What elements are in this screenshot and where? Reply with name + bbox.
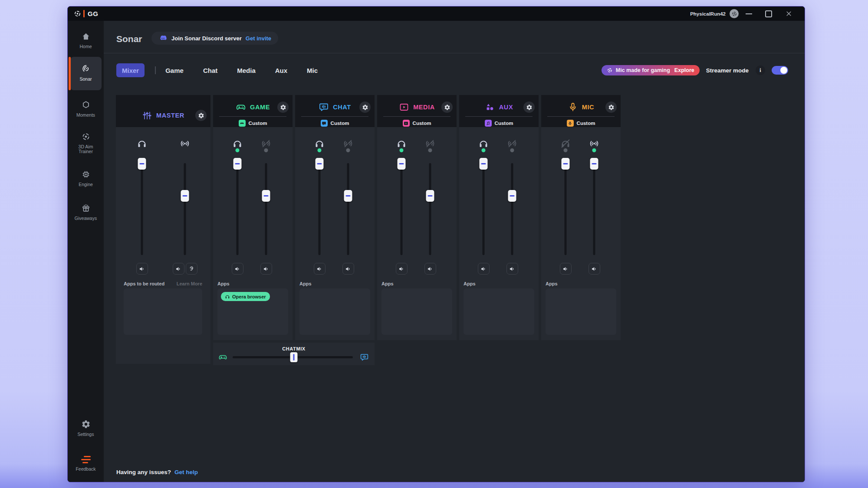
volume-slider-handle[interactable]	[262, 190, 270, 202]
mute-button[interactable]	[173, 263, 184, 275]
media-settings-button[interactable]	[441, 102, 453, 113]
volume-slider-handle[interactable]	[480, 158, 488, 170]
tab-media[interactable]: Media	[237, 67, 256, 74]
chatmix-slider-handle[interactable]	[290, 352, 298, 362]
mic-settings-button[interactable]	[605, 102, 617, 113]
sidebar-item-home[interactable]: Home	[68, 32, 104, 49]
volume-slider-track[interactable]	[347, 163, 349, 255]
tab-game[interactable]: Game	[165, 67, 184, 74]
volume-slider-handle[interactable]	[426, 190, 434, 202]
mic-promo-pill[interactable]: Mic made for gaming Explore	[602, 65, 700, 75]
apps-dropzone[interactable]: Opera browser	[217, 288, 288, 335]
header-divider	[547, 116, 615, 117]
aux-preset-selector[interactable]: Custom	[459, 119, 539, 127]
volume-slider-handle[interactable]	[590, 158, 598, 170]
gamepad-icon	[218, 353, 227, 362]
get-invite-link[interactable]: Get invite	[246, 35, 271, 42]
sidebar-item-engine[interactable]: Engine	[68, 170, 104, 187]
sidebar-item-aim-trainer[interactable]: 3D Aim Trainer	[68, 132, 104, 154]
tab-mixer[interactable]: Mixer	[116, 63, 145, 77]
mic-preset-selector[interactable]: Custom	[541, 119, 621, 127]
titlebar-divider	[83, 10, 85, 17]
tab-chat[interactable]: Chat	[203, 67, 217, 74]
volume-slider-track[interactable]	[483, 163, 485, 255]
home-icon	[81, 32, 91, 41]
volume-slider-track[interactable]	[565, 163, 567, 255]
volume-slider-handle[interactable]	[562, 158, 570, 170]
apps-dropzone[interactable]	[381, 288, 452, 335]
game-preset-selector[interactable]: Custom	[213, 119, 293, 127]
promo-explore-button[interactable]: Explore	[674, 67, 694, 73]
chat-header: CHAT Custom	[295, 95, 375, 127]
mute-button[interactable]	[260, 263, 272, 275]
mute-button[interactable]	[424, 263, 436, 275]
apps-dropzone[interactable]	[124, 288, 202, 335]
sidebar-item-sonar[interactable]: Sonar	[68, 64, 104, 82]
tab-aux[interactable]: Aux	[275, 67, 287, 74]
streamer-mode-toggle[interactable]	[772, 66, 788, 75]
volume-slider-track[interactable]	[593, 163, 595, 255]
discord-invite-pill[interactable]: Join Sonar Discord server Get invite	[151, 32, 278, 45]
volume-slider-track[interactable]	[319, 163, 321, 255]
mute-button[interactable]	[136, 263, 148, 275]
avatar[interactable]	[730, 9, 739, 18]
volume-slider-handle[interactable]	[181, 190, 189, 202]
mute-button[interactable]	[314, 263, 326, 275]
volume-slider-track[interactable]	[429, 163, 431, 255]
engine-icon	[81, 170, 91, 179]
volume-slider-track[interactable]	[184, 163, 186, 255]
maximize-button[interactable]	[759, 7, 779, 21]
apps-label: Apps	[299, 281, 312, 286]
mute-button[interactable]	[560, 263, 572, 275]
game-settings-button[interactable]	[277, 102, 289, 113]
volume-slider-track[interactable]	[237, 163, 239, 255]
monitor-button[interactable]	[186, 263, 197, 275]
steelseries-logo-icon	[607, 67, 613, 73]
volume-slider-handle[interactable]	[138, 158, 146, 170]
master-settings-button[interactable]	[195, 110, 207, 121]
apps-dropzone[interactable]	[546, 288, 616, 335]
sidebar-item-moments[interactable]: Moments	[68, 100, 104, 118]
media-preset-selector[interactable]: Custom	[377, 119, 457, 127]
tab-mic[interactable]: Mic	[307, 67, 318, 74]
channel-title: MEDIA	[413, 104, 435, 111]
learn-more-link[interactable]: Learn More	[177, 281, 202, 286]
sidebar-item-settings[interactable]: Settings	[68, 419, 104, 437]
channel-title: AUX	[499, 104, 513, 111]
mute-button[interactable]	[232, 263, 243, 275]
volume-slider-handle[interactable]	[398, 158, 406, 170]
volume-slider-track[interactable]	[511, 163, 513, 255]
sidebar-item-feedback[interactable]: Feedback	[68, 456, 104, 472]
volume-slider-track[interactable]	[401, 163, 403, 255]
chat-settings-button[interactable]	[359, 102, 371, 113]
gear-icon	[362, 104, 368, 111]
mute-button[interactable]	[396, 263, 408, 275]
app-tag-opera[interactable]: Opera browser	[221, 292, 270, 301]
volume-slider-track[interactable]	[141, 163, 143, 255]
broadcast-off-icon	[261, 138, 271, 149]
volume-slider-handle[interactable]	[344, 190, 352, 202]
sidebar-item-giveaways[interactable]: Giveaways	[68, 203, 104, 221]
mute-button[interactable]	[342, 263, 354, 275]
sonar-icon	[81, 64, 91, 74]
apps-dropzone[interactable]	[464, 288, 534, 335]
info-icon[interactable]: i	[756, 66, 765, 75]
mute-button[interactable]	[589, 263, 600, 275]
game-header: GAME Custom	[213, 95, 293, 127]
volume-slider-handle[interactable]	[233, 158, 242, 170]
apps-dropzone[interactable]	[299, 288, 370, 335]
volume-slider-track[interactable]	[265, 163, 267, 255]
mute-button[interactable]	[506, 263, 518, 275]
speaker-icon	[263, 265, 270, 272]
apps-label: Apps	[381, 281, 394, 286]
chat-preset-selector[interactable]: Custom	[295, 119, 375, 127]
master-headphone-fader	[125, 127, 159, 277]
close-button[interactable]	[779, 7, 799, 21]
minimize-button[interactable]	[739, 7, 759, 21]
volume-slider-handle[interactable]	[508, 190, 516, 202]
mute-button[interactable]	[478, 263, 490, 275]
volume-slider-handle[interactable]	[316, 158, 324, 170]
aux-settings-button[interactable]	[523, 102, 535, 113]
username[interactable]: PhysicalRun42	[690, 11, 726, 16]
get-help-link[interactable]: Get help	[174, 469, 198, 475]
